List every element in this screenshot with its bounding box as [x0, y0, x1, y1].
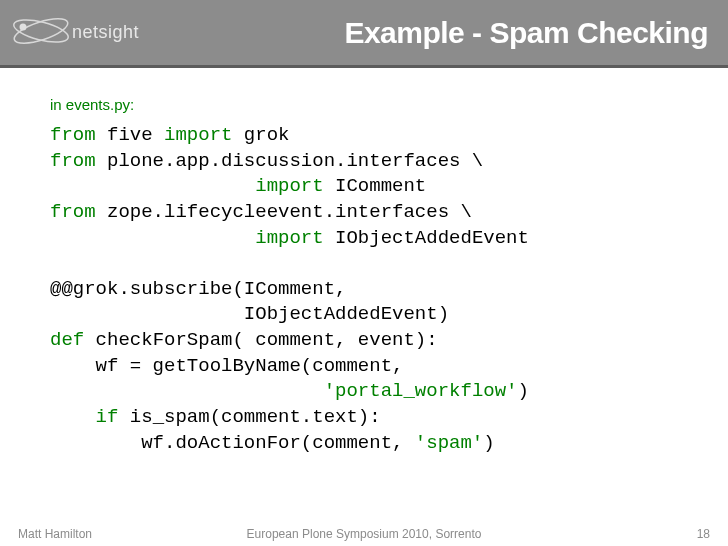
slide-footer: Matt Hamilton European Plone Symposium 2… — [0, 522, 728, 546]
code-block: from five import grok from plone.app.dis… — [50, 123, 678, 456]
code-text: wf.doActionFor(comment, — [50, 432, 415, 454]
keyword-from: from — [50, 150, 96, 172]
code-text: @@grok.subscribe(IComment, — [50, 278, 346, 300]
keyword-import: import — [164, 124, 232, 146]
string-literal: 'spam' — [415, 432, 483, 454]
code-text: plone.app.discussion.interfaces \ — [96, 150, 484, 172]
svg-point-2 — [20, 23, 27, 30]
keyword-import: import — [255, 175, 323, 197]
code-text: five — [96, 124, 164, 146]
code-text: IObjectAddedEvent) — [50, 303, 449, 325]
code-text: checkForSpam( comment, event): — [84, 329, 437, 351]
code-indent — [50, 380, 324, 402]
code-text: wf = getToolByName(comment, — [50, 355, 403, 377]
footer-event: European Plone Symposium 2010, Sorrento — [247, 527, 482, 541]
slide-header: netsight Example - Spam Checking — [0, 0, 728, 68]
logo: netsight — [10, 10, 139, 56]
svg-point-0 — [12, 13, 71, 47]
slide-content: in events.py: from five import grok from… — [0, 68, 728, 456]
code-text: IComment — [324, 175, 427, 197]
keyword-def: def — [50, 329, 84, 351]
code-text: grok — [232, 124, 289, 146]
string-literal: 'portal_workflow' — [324, 380, 518, 402]
code-filename: in events.py: — [50, 96, 678, 113]
keyword-from: from — [50, 124, 96, 146]
code-indent — [50, 175, 255, 197]
slide-title: Example - Spam Checking — [344, 16, 708, 50]
keyword-if: if — [96, 406, 119, 428]
keyword-from: from — [50, 201, 96, 223]
logo-swirl-icon — [10, 10, 72, 56]
code-text: zope.lifecycleevent.interfaces \ — [96, 201, 472, 223]
keyword-import: import — [255, 227, 323, 249]
footer-author: Matt Hamilton — [18, 527, 92, 541]
code-text: IObjectAddedEvent — [324, 227, 529, 249]
code-indent — [50, 227, 255, 249]
footer-page-number: 18 — [697, 527, 710, 541]
code-text: ) — [483, 432, 494, 454]
code-text: is_spam(comment.text): — [118, 406, 380, 428]
code-text: ) — [518, 380, 529, 402]
code-indent — [50, 406, 96, 428]
logo-text: netsight — [72, 22, 139, 43]
